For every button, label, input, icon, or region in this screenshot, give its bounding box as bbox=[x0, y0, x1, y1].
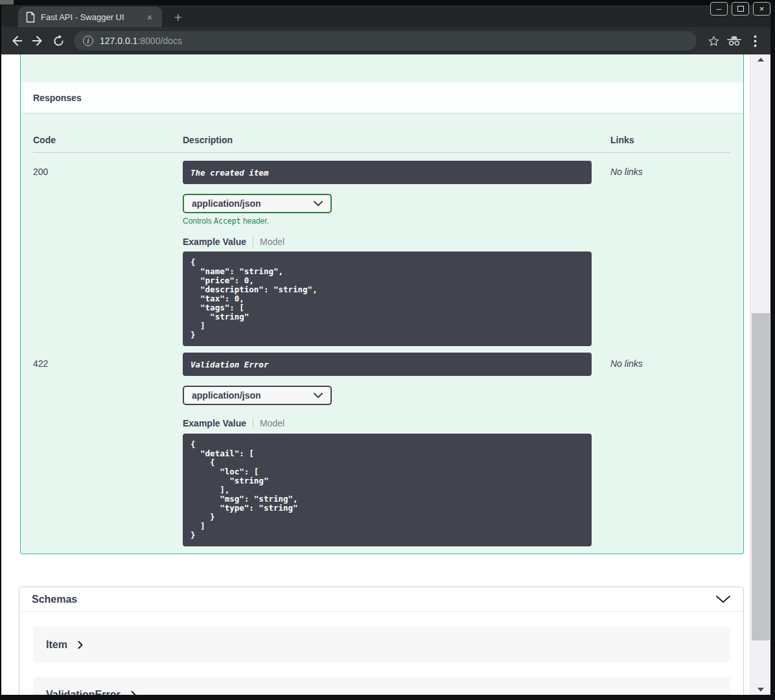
forward-button[interactable] bbox=[27, 30, 48, 51]
accept-header-note: Controls Accept header. bbox=[183, 216, 610, 226]
url-bar[interactable]: i 127.0.0.1:8000/docs bbox=[74, 31, 697, 51]
schemas-header[interactable]: Schemas bbox=[19, 587, 743, 612]
browser-tab[interactable]: Fast API - Swagger UI × bbox=[18, 6, 162, 27]
maximize-icon bbox=[737, 6, 744, 12]
tab-title: Fast API - Swagger UI bbox=[41, 12, 144, 22]
close-button[interactable]: × bbox=[753, 2, 770, 16]
schemas-body: Item ValidationError bbox=[19, 612, 743, 695]
response-row-200: 200 The created item application/json Co… bbox=[33, 153, 730, 346]
media-type-select[interactable]: application/json bbox=[183, 194, 332, 213]
response-code: 422 bbox=[33, 353, 183, 546]
url-host: 127.0.0.1 bbox=[100, 36, 137, 46]
chevron-right-icon bbox=[78, 641, 83, 649]
page-content: Responses Code Description Links 200 The… bbox=[1, 54, 770, 695]
chevron-down-icon bbox=[314, 393, 323, 398]
window-title-strip bbox=[0, 0, 775, 5]
response-links: No links bbox=[610, 353, 730, 546]
new-tab-button[interactable]: + bbox=[170, 9, 187, 26]
response-links: No links bbox=[610, 161, 730, 346]
bookmark-star-icon[interactable] bbox=[703, 30, 724, 51]
responses-table: Code Description Links 200 The created i… bbox=[21, 113, 743, 546]
swagger-page: Responses Code Description Links 200 The… bbox=[1, 54, 750, 695]
incognito-icon[interactable] bbox=[724, 30, 745, 51]
response-description: Validation Error bbox=[191, 360, 268, 369]
responses-title: Responses bbox=[33, 93, 82, 103]
tab-model[interactable]: Model bbox=[253, 418, 284, 428]
minimize-button[interactable]: – bbox=[710, 2, 728, 16]
column-links: Links bbox=[610, 135, 730, 145]
url-path: :8000/docs bbox=[137, 36, 182, 46]
tab-bar: Fast API - Swagger UI × + bbox=[1, 5, 770, 27]
example-model-tabs: Example Value Model bbox=[183, 418, 610, 428]
schemas-section: Schemas Item ValidationError bbox=[19, 587, 744, 695]
example-json-422: { "detail": [ { "loc": [ "string" ], "ms… bbox=[183, 434, 592, 546]
column-code: Code bbox=[33, 135, 183, 145]
minimize-icon: – bbox=[717, 5, 721, 13]
tab-example-value[interactable]: Example Value bbox=[183, 237, 253, 247]
media-type-value: application/json bbox=[192, 390, 261, 401]
window-bottom-frame bbox=[0, 695, 775, 700]
back-button[interactable] bbox=[6, 30, 27, 51]
chevron-down-icon bbox=[314, 201, 323, 206]
schemas-title: Schemas bbox=[32, 594, 77, 605]
scrollbar-down-arrow[interactable] bbox=[750, 684, 770, 695]
vertical-scrollbar bbox=[750, 54, 770, 695]
page-document-icon bbox=[26, 12, 35, 23]
media-type-value: application/json bbox=[192, 198, 261, 209]
browser-window: – × Fast API - Swagger UI × + i 127.0.0.… bbox=[0, 0, 775, 700]
tab-close-icon[interactable]: × bbox=[144, 11, 156, 23]
tab-model[interactable]: Model bbox=[253, 237, 284, 247]
window-controls: – × bbox=[710, 2, 770, 16]
column-description: Description bbox=[183, 135, 610, 145]
note-code: Accept bbox=[214, 216, 241, 226]
response-code: 200 bbox=[33, 161, 183, 346]
close-icon: × bbox=[759, 5, 765, 13]
scrollbar-up-arrow[interactable] bbox=[750, 54, 770, 65]
media-type-select[interactable]: application/json bbox=[183, 386, 332, 405]
site-info-icon[interactable]: i bbox=[83, 36, 93, 46]
response-description-box: Validation Error bbox=[183, 353, 592, 376]
tab-example-value[interactable]: Example Value bbox=[183, 418, 253, 428]
example-json-200: { "name": "string", "price": 0, "descrip… bbox=[183, 251, 592, 346]
note-text: Controls bbox=[183, 216, 214, 226]
browser-toolbar: i 127.0.0.1:8000/docs bbox=[1, 27, 770, 54]
opblock-post: Responses Code Description Links 200 The… bbox=[20, 54, 744, 554]
window-right-frame bbox=[770, 5, 775, 700]
reload-button[interactable] bbox=[48, 30, 69, 51]
responses-table-header: Code Description Links bbox=[33, 113, 730, 153]
response-description-box: The created item bbox=[183, 161, 592, 184]
schema-name: Item bbox=[46, 639, 67, 651]
responses-section-header: Responses bbox=[21, 82, 743, 113]
response-row-422: 422 Validation Error application/json Ex… bbox=[33, 346, 730, 546]
response-description: The created item bbox=[191, 168, 268, 178]
maximize-button[interactable] bbox=[732, 2, 749, 16]
schema-validationerror-row[interactable]: ValidationError bbox=[33, 677, 730, 695]
window-corner-shadow bbox=[0, 0, 14, 5]
chevron-down-icon[interactable] bbox=[716, 596, 730, 603]
menu-dots-icon[interactable] bbox=[745, 30, 765, 51]
example-model-tabs: Example Value Model bbox=[183, 237, 610, 247]
schema-item-row[interactable]: Item bbox=[33, 627, 730, 662]
scrollbar-thumb[interactable] bbox=[752, 313, 770, 640]
note-text-end: header. bbox=[241, 216, 269, 226]
schema-name: ValidationError bbox=[46, 689, 121, 695]
